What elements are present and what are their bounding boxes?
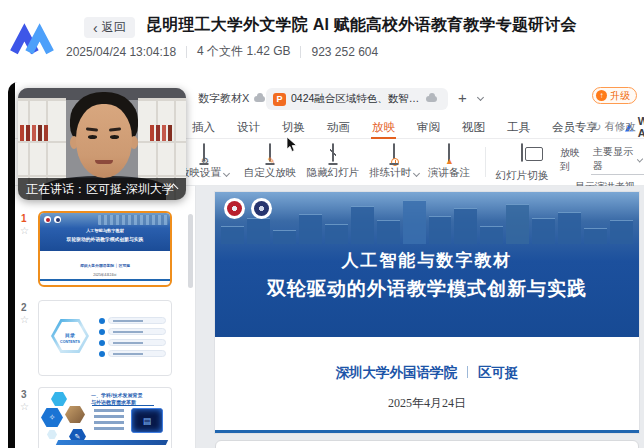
ppt-file-icon: P: [273, 93, 286, 106]
thumbnail-slide-2[interactable]: 目录 CONTENTS: [38, 300, 172, 376]
thumbnail-slide-3[interactable]: ✧ ✎ 一、学科/技术发展背景 与外语教育需求革新 ▤: [38, 387, 172, 448]
display-target-dropdown[interactable]: 主要显示器: [591, 145, 644, 175]
cloud-sync-icon: [254, 96, 265, 102]
meta-datetime: 2025/04/24 13:04:18: [66, 45, 176, 59]
slide-title-line1: 人工智能与数字教材: [215, 249, 639, 272]
city-skyline-image: [215, 198, 639, 244]
slide-number: 3: [21, 389, 27, 400]
toc-hexagon: 目录 CONTENTS: [51, 319, 89, 353]
current-slide: 人工智能与数字教材 双轮驱动的外语教学模式创新与实践 深圳大学外国语学院区可挺 …: [215, 192, 639, 433]
document-tab-label: 数字教材X: [198, 91, 249, 106]
mini-slide-lower: 深圳大学外国语学院 │ 区可挺 2025年4月24日: [40, 251, 170, 281]
document-tab-label: 0424融合区域特色、数智赋能: [291, 92, 421, 106]
thumbnail-slide-1[interactable]: 人工智能与数字教材 双轮驱动的外语教学模式创新与实践 深圳大学外国语学院 │ 区…: [38, 211, 172, 287]
divider: [485, 147, 486, 177]
back-button[interactable]: ‹ 返回: [84, 17, 135, 38]
favorite-star-icon[interactable]: ☆: [20, 401, 29, 412]
slide-canvas: 人工智能与数字教材 双轮驱动的外语教学模式创新与实践 深圳大学外国语学院区可挺 …: [196, 186, 644, 448]
recording-player[interactable]: 数字教材X P 0424融合区域特色、数智赋能 + ↑ 升级: [8, 82, 644, 448]
modified-status: ↻ 有修改: [592, 120, 636, 134]
speaker-video-overlay[interactable]: 正在讲话：区可挺-深圳大学: [18, 88, 186, 200]
ribbon-tab-review[interactable]: 审阅: [416, 117, 441, 138]
active-speaker-label: 正在讲话：区可挺-深圳大学: [26, 181, 174, 198]
next-slide-preview: [215, 440, 639, 448]
ribbon-tab-transition[interactable]: 切换: [281, 117, 306, 138]
ribbon-tab-tools[interactable]: 工具: [506, 117, 531, 138]
upgrade-button[interactable]: ↑ 升级: [592, 87, 637, 104]
meta-file-count: 4 个文件 1.42 GB: [197, 43, 290, 60]
wps-ai-label: WPS AI: [638, 115, 644, 139]
speaker-face: [88, 135, 97, 139]
speaker-face: [76, 104, 132, 178]
chevron-left-icon: ‹: [93, 21, 98, 35]
decor-bar: [56, 440, 168, 445]
mouse-cursor: [286, 137, 298, 153]
page-header: ‹ 返回 昆明理工大学外文学院 AI 赋能高校外语教育教学专题研讨会 2025/…: [0, 0, 644, 70]
slide-thumbnail-panel: 1 ☆ 人工智能与数字教材 双轮驱动的外语教学模式创新与实践: [15, 186, 196, 448]
ribbon-tab-animation[interactable]: 动画: [326, 117, 351, 138]
slide-slash-icon: [332, 143, 334, 162]
slide-affiliation: 深圳大学外国语学院区可挺: [215, 364, 639, 382]
two-slides-icon: [521, 143, 523, 162]
wps-content-area: 1 ☆ 人工智能与数字教材 双轮驱动的外语教学模式创新与实践: [15, 186, 644, 448]
page-title: 昆明理工大学外文学院 AI 赋能高校外语教育教学专题研讨会: [146, 15, 577, 36]
thumbnail-title: 一、学科/技术发展背景 与外语教育需求革新: [91, 392, 142, 406]
divider: [467, 366, 468, 378]
speaker-face: [95, 160, 113, 164]
school-badge-icon: [251, 198, 272, 219]
monitor-pencil-icon: ✎: [269, 143, 271, 162]
notes-document-icon: ▲: [448, 143, 450, 162]
photo-hexagon: [65, 406, 85, 423]
new-tab-button[interactable]: +: [458, 89, 467, 106]
monitor-gear-icon: ⚙: [203, 143, 205, 162]
slide-switch-button[interactable]: 幻灯片切换: [493, 144, 551, 183]
slide-number: 1: [21, 213, 27, 224]
modified-label: 有修改: [605, 120, 637, 134]
ribbon-tab-design[interactable]: 设计: [236, 117, 261, 138]
meeting-meta: 2025/04/24 13:04:18 4 个文件 1.42 GB 923 25…: [66, 43, 378, 60]
upgrade-label: 升级: [610, 89, 630, 103]
speaker-notes-button[interactable]: ▲ 演讲备注: [423, 144, 475, 180]
history-icon: ↻: [592, 121, 601, 134]
favorite-star-icon[interactable]: ☆: [20, 314, 29, 325]
tab-list-caret-icon[interactable]: [477, 94, 484, 101]
display-to-label: 放映到: [560, 146, 585, 174]
school-badge-icon: [54, 216, 61, 223]
ribbon-tab-view[interactable]: 视图: [461, 117, 486, 138]
slide-title-line2: 双轮驱动的外语教学模式创新与实践: [215, 276, 639, 302]
skyline-image: [98, 215, 168, 225]
slide-banner: 人工智能与数字教材 双轮驱动的外语教学模式创新与实践: [215, 192, 639, 337]
back-button-label: 返回: [102, 19, 126, 36]
toc-label: 目录: [65, 332, 75, 339]
hide-slide-button[interactable]: 隐藏幻灯片: [303, 144, 363, 180]
toc-sublabel: CONTENTS: [60, 340, 80, 344]
cloud-sync-icon: [426, 96, 437, 102]
speaker-face: [110, 135, 119, 139]
meta-meeting-id: 923 252 604: [311, 45, 378, 59]
slide-date: 2025年4月24日: [215, 395, 639, 412]
document-tab-background[interactable]: 数字教材X: [198, 91, 274, 106]
rehearse-timing-button[interactable]: 排练计时: [365, 144, 423, 180]
toc-items: [99, 317, 166, 361]
mini-slide-title: 人工智能与数字教材: [86, 228, 124, 234]
monitor-clock-icon: [393, 143, 395, 162]
active-speaker-bar: 正在讲话：区可挺-深圳大学: [18, 178, 186, 200]
tencent-meeting-logo-icon: [10, 20, 54, 58]
slide-number: 2: [21, 302, 27, 313]
meta-divider: [300, 46, 301, 58]
mini-slide-title: 双轮驱动的外语教学模式创新与实践: [67, 237, 144, 244]
university-seal-icon: [44, 216, 51, 223]
document-tab-active[interactable]: P 0424融合区域特色、数智赋能: [266, 88, 448, 110]
university-seal-icon: [224, 198, 245, 219]
favorite-star-icon[interactable]: ☆: [20, 225, 29, 236]
mini-slide-banner: 人工智能与数字教材 双轮驱动的外语教学模式创新与实践: [40, 213, 170, 251]
digital-book-image: ▤: [131, 408, 163, 433]
thumbnail-list: [94, 409, 124, 433]
ribbon-tab-slideshow-active[interactable]: 放映: [371, 117, 396, 138]
thumbnail-scrollbar[interactable]: [188, 214, 193, 288]
ribbon-tab-insert[interactable]: 插入: [191, 117, 216, 138]
upgrade-arrow-icon: ↑: [596, 90, 607, 101]
recording-page: ‹ 返回 昆明理工大学外文学院 AI 赋能高校外语教育教学专题研讨会 2025/…: [0, 0, 644, 448]
meta-divider: [186, 46, 187, 58]
